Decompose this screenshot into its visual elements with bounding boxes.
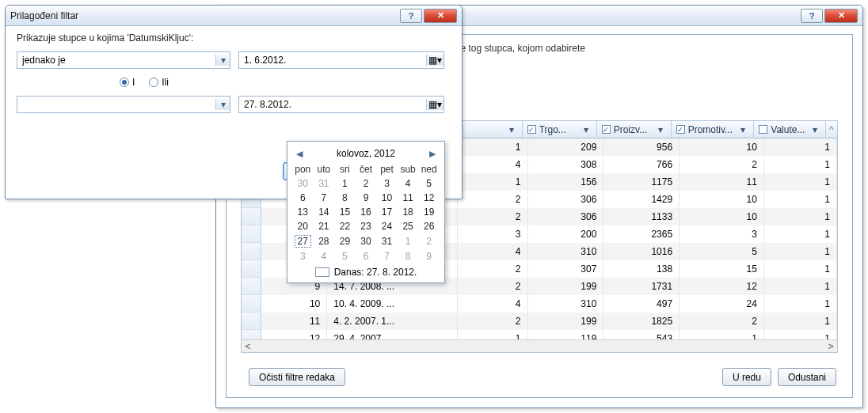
cell-c1: 2	[458, 208, 528, 225]
calendar-day[interactable]: 9	[418, 249, 440, 263]
operator2-combo[interactable]: ▾	[17, 96, 230, 113]
calendar-day[interactable]: 28	[314, 233, 335, 249]
date1-input[interactable]: 1. 6.2012. ▦▾	[238, 51, 444, 69]
calendar-day[interactable]: 31	[376, 233, 398, 249]
calendar-day[interactable]: 18	[398, 205, 419, 219]
calendar-day[interactable]: 7	[314, 191, 335, 205]
calendar-day[interactable]: 7	[376, 249, 398, 263]
checkbox-icon[interactable]: ✓	[676, 125, 685, 134]
calendar-day[interactable]: 6	[356, 249, 377, 263]
calendar-month-label[interactable]: kolovoz, 2012	[337, 148, 395, 159]
checkbox-icon[interactable]: ✓	[527, 125, 536, 134]
calendar-day[interactable]: 1	[398, 233, 419, 249]
calendar-day[interactable]: 4	[398, 176, 419, 191]
chevron-down-icon[interactable]: ▾	[655, 124, 666, 135]
calendar-day[interactable]: 26	[418, 219, 440, 233]
calendar-day[interactable]: 5	[334, 249, 356, 263]
calendar-day[interactable]: 20	[292, 219, 314, 233]
clear-filters-button[interactable]: Očisti filtre redaka	[249, 368, 345, 386]
calendar-dropdown-icon[interactable]: ▦▾	[426, 55, 444, 66]
calendar-day[interactable]: 27	[292, 233, 314, 249]
calendar-day[interactable]: 8	[398, 249, 419, 263]
calendar-day[interactable]: 2	[356, 176, 377, 191]
prev-month-icon[interactable]: ◀	[294, 149, 305, 159]
cell-proizv: 1825	[603, 313, 680, 330]
cell-trgo: 199	[528, 278, 604, 295]
horizontal-scrollbar[interactable]: < >	[242, 339, 837, 352]
help-button[interactable]: ?	[801, 9, 823, 23]
calendar-day[interactable]: 1	[334, 176, 356, 191]
checkbox-icon[interactable]: ✓	[602, 125, 611, 134]
calendar-day[interactable]: 21	[314, 219, 335, 233]
scroll-left-icon[interactable]: <	[242, 341, 254, 352]
calendar-day[interactable]: 3	[376, 176, 398, 191]
radio-and[interactable]: I	[120, 77, 135, 88]
calendar-dow: čet	[356, 162, 377, 176]
chevron-down-icon[interactable]: ▾	[215, 55, 230, 66]
table-row[interactable]: 114. 2. 2007. 1...2199182521	[242, 313, 837, 330]
chevron-down-icon[interactable]: ▾	[737, 124, 748, 135]
col-promotiv[interactable]: ✓Promotiv...▾	[672, 121, 755, 138]
cell-trgo: 209	[528, 138, 604, 156]
cell-valute: 1	[764, 330, 837, 339]
next-month-icon[interactable]: ▶	[427, 149, 438, 159]
scroll-up-icon[interactable]: ^	[826, 121, 837, 138]
chevron-down-icon[interactable]: ▾	[581, 124, 592, 135]
col-valute[interactable]: Valute...▾	[754, 121, 825, 138]
calendar-day[interactable]: 6	[292, 191, 314, 205]
help-button[interactable]: ?	[400, 9, 422, 23]
cell-proizv: 1175	[603, 173, 680, 191]
calendar-day[interactable]: 12	[418, 191, 440, 205]
table-row[interactable]: 1010. 4. 2009. ...4310497241	[242, 295, 837, 313]
calendar-day[interactable]: 16	[356, 205, 377, 219]
chevron-down-icon[interactable]: ▾	[809, 124, 820, 135]
calendar-day[interactable]: 4	[314, 249, 335, 263]
date2-input[interactable]: 27. 8.2012. ▦▾	[238, 96, 444, 113]
radio-or[interactable]: Ili	[149, 77, 169, 88]
calendar-day[interactable]: 3	[292, 249, 314, 263]
calendar-day[interactable]: 29	[334, 233, 356, 249]
calendar-day[interactable]: 9	[356, 191, 377, 205]
cell-trgo: 308	[528, 156, 604, 173]
calendar-day[interactable]: 8	[334, 191, 356, 205]
calendar-day[interactable]: 23	[356, 219, 377, 233]
cancel-button[interactable]: Odustani	[778, 368, 836, 386]
chevron-down-icon[interactable]: ▾	[215, 99, 230, 110]
calendar-day[interactable]: 22	[334, 219, 356, 233]
checkbox-icon[interactable]	[759, 125, 767, 134]
calendar-footer: Danas: 27. 8. 2012.	[292, 267, 440, 278]
chevron-down-icon[interactable]: ▾	[506, 124, 517, 135]
cell-trgo: 119	[528, 330, 604, 339]
calendar-day[interactable]: 15	[334, 205, 356, 219]
scroll-right-icon[interactable]: >	[824, 341, 837, 352]
table-row[interactable]: 1229. 4. 2007. ...111954311	[242, 330, 837, 339]
calendar-dropdown-icon[interactable]: ▦▾	[426, 99, 444, 110]
cell-c1: 2	[458, 260, 528, 278]
calendar-day[interactable]: 10	[376, 191, 398, 205]
calendar-day[interactable]: 14	[314, 205, 335, 219]
cell-valute: 1	[764, 243, 837, 260]
close-button[interactable]: ✕	[824, 9, 858, 23]
ok-button[interactable]: U redu	[722, 368, 771, 386]
cell-proizv: 497	[603, 295, 680, 313]
calendar-day[interactable]: 30	[356, 233, 377, 249]
col-c1[interactable]: ▾	[454, 121, 523, 138]
calendar-today-label[interactable]: Danas: 27. 8. 2012.	[334, 267, 417, 278]
calendar-dow: pon	[292, 162, 314, 176]
cell-proizv: 1133	[603, 208, 680, 225]
calendar-day[interactable]: 5	[418, 176, 440, 191]
col-trgo[interactable]: ✓Trgo...▾	[523, 121, 597, 138]
col-proizv[interactable]: ✓Proizv...▾	[597, 121, 672, 138]
calendar-day[interactable]: 2	[418, 233, 440, 249]
cell-valute: 1	[764, 225, 837, 243]
calendar-day[interactable]: 30	[292, 176, 314, 191]
close-button[interactable]: ✕	[424, 9, 457, 23]
calendar-day[interactable]: 19	[418, 205, 440, 219]
operator1-combo[interactable]: jednako je ▾	[17, 51, 230, 69]
calendar-day[interactable]: 25	[398, 219, 419, 233]
calendar-day[interactable]: 13	[292, 205, 314, 219]
calendar-day[interactable]: 11	[398, 191, 419, 205]
calendar-day[interactable]: 17	[376, 205, 398, 219]
calendar-day[interactable]: 24	[376, 219, 398, 233]
calendar-day[interactable]: 31	[314, 176, 335, 191]
